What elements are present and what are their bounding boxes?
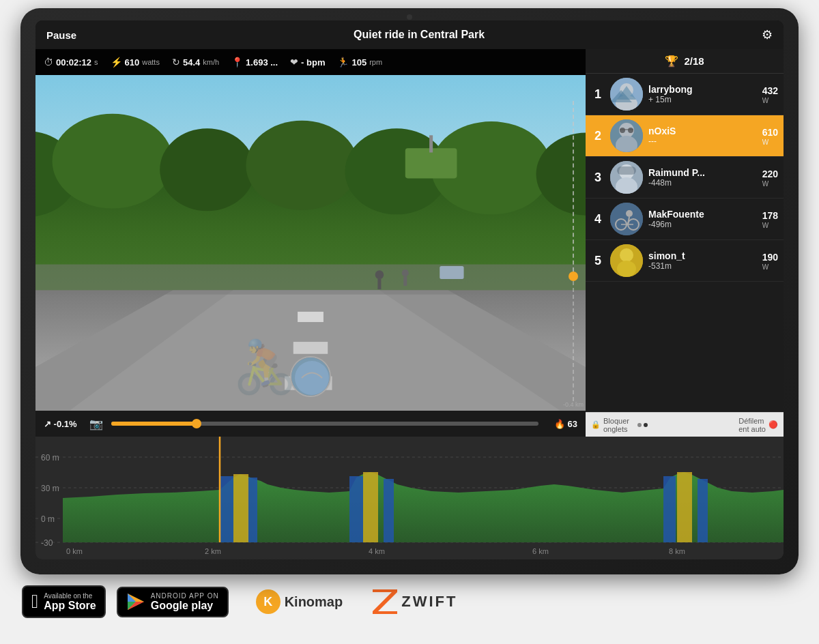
playstore-text: ANDROID APP ON Google play [151,592,219,612]
elevation-chart: 60 m 30 m 0 m -30 0 km 2 km 4 km 6 km 8 … [35,437,784,559]
rider-watts: 220 [762,169,778,179]
right-panel: 🏆 2/18 1 [586,49,784,437]
flame-value: 63 [568,419,577,429]
svg-rect-69 [349,476,363,542]
rider-info: simon_t -531m [648,250,757,271]
zwift-z-icon [373,589,397,614]
cadence-icon: 🏃 [337,57,349,68]
minimap [290,356,331,397]
watts-label: W [762,222,778,229]
distance-icon: 📍 [231,57,243,68]
distance-value: 1.693 ... [246,57,278,68]
hr-icon: ❤ [290,57,298,68]
cadence-value: 105 [351,57,367,68]
svg-rect-19 [35,265,586,295]
rider-watts-container: 190 W [762,251,778,271]
elevation-svg: 60 m 30 m 0 m -30 0 km 2 km 4 km 6 km 8 … [35,437,784,559]
leaderboard-header: 🏆 2/18 [586,49,784,74]
cadence-stat: 🏃 105 rpm [337,57,382,68]
rider-watts: 432 [762,85,778,96]
hr-value: - bpm [301,57,325,68]
rider-name: larrybong [648,84,757,95]
rider-distance: -496m [648,220,757,229]
timer-icon: ⏱ [44,57,53,68]
rider-watts: 190 [762,252,778,263]
svg-text:0 m: 0 m [41,514,55,524]
progress-track[interactable] [111,422,538,426]
flame-icon: 🔥 [554,419,565,429]
progress-fill [111,422,197,426]
playstore-badge[interactable]: ANDROID APP ON Google play [117,587,229,617]
speed-icon: ↻ [172,57,180,68]
tab-dots [637,423,648,427]
position-label: -0.4 km [563,401,584,411]
svg-rect-18 [429,135,433,152]
camera [407,14,412,20]
video-frame: 🚴 [35,75,586,411]
tab-dot-active [644,423,648,427]
rider-row: 5 simon_t -531m [586,240,784,282]
svg-point-45 [626,210,633,217]
pause-button[interactable]: Pause [46,29,76,41]
rider-avatar [610,78,643,111]
autoscroll-icon: 🔴 [768,420,778,429]
rider-avatar [610,119,643,152]
playstore-small-text: ANDROID APP ON [151,592,219,600]
rider-position: 5 [591,254,605,268]
svg-text:60 m: 60 m [41,453,59,463]
svg-text:-30: -30 [41,538,53,548]
cadence-unit: rpm [369,58,382,66]
leaderboard-rank: 2/18 [684,55,704,67]
settings-icon[interactable]: ⚙ [762,27,773,42]
screen: Pause Quiet ride in Central Park ⚙ ⏱ 00:… [35,20,784,559]
badges-area:  Available on the App Store ANDROID APP… [0,574,819,629]
hr-stat: ❤ - bpm [290,57,325,68]
appstore-small-text: Available on the [44,592,96,600]
progress-indicator: -0.4 km [568,101,579,411]
ride-title: Quiet ride in Central Park [354,29,485,41]
rider-name: simon_t [648,250,757,261]
rider-avatar [610,203,643,235]
svg-rect-72 [698,479,708,542]
rider-position: 3 [591,171,605,185]
rider-position: 1 [591,87,605,102]
tab-dot [637,423,642,427]
appstore-large-text: App Store [44,600,96,612]
time-unit: s [94,58,98,66]
svg-point-5 [246,121,358,210]
autoscroll-tab[interactable]: Défilement auto 🔴 [738,417,778,433]
top-bar: Pause Quiet ride in Central Park ⚙ [35,20,784,49]
rider-row-current: 2 [586,115,784,157]
svg-point-22 [402,269,409,276]
rider-info: nOxiS --- [648,126,757,146]
rider-distance: -448m [648,178,757,188]
svg-rect-71 [663,476,676,542]
watts-label: W [762,180,778,188]
kinomap-label: Kinomap [285,594,343,610]
svg-rect-14 [293,342,328,354]
flame-stat: 🔥 63 [547,419,577,429]
power-stat: ⚡ 610 watts [111,57,160,68]
svg-text:🚴: 🚴 [233,336,298,398]
svg-rect-37 [620,129,633,130]
lock-tab[interactable]: 🔒 Bloqueronglets [591,417,629,433]
rider-info: larrybong + 15m [648,84,757,104]
time-stat: ⏱ 00:02:12 s [44,57,98,68]
video-area: ⏱ 00:02:12 s ⚡ 610 watts ↻ 54.4 km/h [35,49,586,437]
watts-label: W [762,138,778,146]
tablet-shell: Pause Quiet ride in Central Park ⚙ ⏱ 00:… [20,8,799,574]
appstore-text: Available on the App Store [44,592,96,612]
svg-rect-67 [220,476,233,542]
apple-icon:  [31,591,38,613]
trophy-icon: 🏆 [665,55,678,68]
video-camera-icon[interactable]: 📷 [89,418,103,430]
svg-text:2 km: 2 km [205,547,221,555]
appstore-badge[interactable]:  Available on the App Store [22,585,106,618]
svg-rect-13 [298,312,324,322]
rider-name: MakFouente [648,209,757,220]
rider-row: 3 Raimund P... -448m [586,157,784,199]
watts-label: W [762,97,778,104]
rider-distance: --- [648,136,757,146]
svg-rect-68 [247,478,257,542]
play-icon [126,592,145,611]
